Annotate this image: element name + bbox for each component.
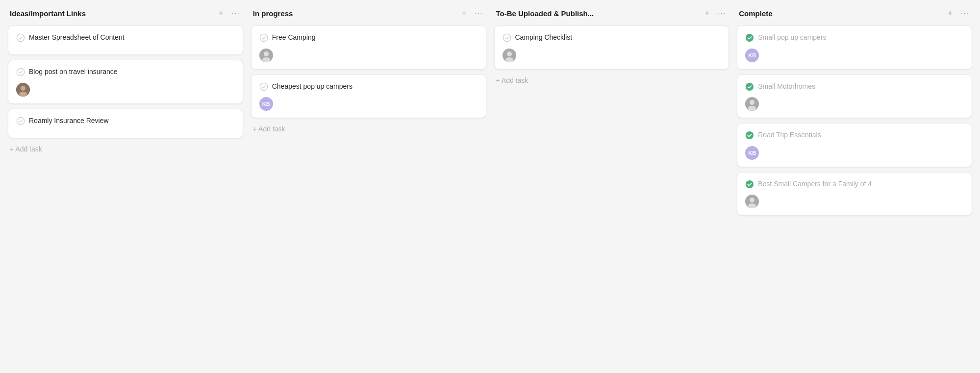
card-avatars <box>259 49 478 62</box>
more-options-icon-tobe[interactable]: ··· <box>716 8 727 19</box>
svg-point-15 <box>746 34 754 42</box>
svg-point-20 <box>746 131 754 139</box>
card-title-text: Roamly Insurance Review <box>29 116 235 126</box>
avatar <box>259 49 273 62</box>
svg-point-0 <box>17 34 24 41</box>
card-title-row: Master Spreadsheet of Content <box>16 33 235 43</box>
svg-point-8 <box>264 51 269 56</box>
add-task-button-tobe[interactable]: + Add task <box>494 71 729 86</box>
add-column-icon-complete[interactable]: + <box>945 8 955 19</box>
task-card[interactable]: Blog post on travel insurance <box>8 60 243 104</box>
card-title-row: Cheapest pop up campers <box>259 82 478 92</box>
card-avatars: KB <box>745 146 964 160</box>
card-avatars <box>16 83 235 97</box>
board: Ideas/Important Links+··· Master Spreads… <box>0 0 980 373</box>
task-card[interactable]: Roamly Insurance Review <box>8 109 243 138</box>
card-title-row: Road Trip Essentials <box>745 130 964 140</box>
svg-point-1 <box>17 68 24 75</box>
card-title-text: Camping Checklist <box>515 33 721 43</box>
column-title-tobe: To-Be Uploaded & Publish... <box>496 9 698 18</box>
svg-point-24 <box>748 203 756 208</box>
card-title-text: Small pop up campers <box>758 33 964 43</box>
card-avatars <box>745 97 964 111</box>
card-title-text: Free Camping <box>272 33 478 43</box>
check-icon <box>16 117 25 125</box>
more-options-icon-inprogress[interactable]: ··· <box>474 8 484 19</box>
column-complete: Complete+··· Small pop up campersKB Smal… <box>737 8 972 365</box>
card-avatars <box>745 195 964 208</box>
svg-point-11 <box>503 34 510 41</box>
cards-list-ideas: Master Spreadsheet of Content Blog post … <box>8 25 243 138</box>
add-task-button-ideas[interactable]: + Add task <box>8 139 243 155</box>
column-title-inprogress: In progress <box>253 9 455 18</box>
column-header-complete: Complete+··· <box>737 8 972 25</box>
add-column-icon-tobe[interactable]: + <box>702 8 712 19</box>
svg-point-5 <box>17 117 24 124</box>
svg-point-23 <box>750 198 754 202</box>
card-title-text: Best Small Campers for a Family of 4 <box>758 179 964 189</box>
card-title-text: Road Trip Essentials <box>758 130 964 140</box>
check-icon <box>745 131 754 140</box>
column-header-inprogress: In progress+··· <box>251 8 486 25</box>
cards-list-complete: Small pop up campersKB Small Motorhomes … <box>737 25 972 216</box>
column-header-tobe: To-Be Uploaded & Publish...+··· <box>494 8 729 25</box>
card-avatars <box>503 49 721 62</box>
task-card[interactable]: Camping Checklist <box>494 25 729 70</box>
card-title-text: Blog post on travel insurance <box>29 67 235 77</box>
column-header-ideas: Ideas/Important Links+··· <box>8 8 243 25</box>
task-card[interactable]: Small pop up campersKB <box>737 25 972 70</box>
avatar: KB <box>259 97 273 111</box>
avatar <box>503 49 516 62</box>
svg-point-14 <box>505 57 513 62</box>
task-card[interactable]: Free Camping <box>251 25 486 70</box>
check-icon <box>745 33 754 42</box>
more-options-icon-complete[interactable]: ··· <box>959 8 970 19</box>
check-icon <box>259 33 268 42</box>
task-card[interactable]: Master Spreadsheet of Content <box>8 25 243 55</box>
check-icon <box>259 82 268 91</box>
svg-point-10 <box>260 83 267 90</box>
task-card[interactable]: Small Motorhomes <box>737 75 972 119</box>
svg-point-21 <box>746 180 754 188</box>
avatar <box>745 195 759 208</box>
card-avatars: KB <box>745 49 964 62</box>
task-card[interactable]: Cheapest pop up campersKB <box>251 75 486 119</box>
svg-point-18 <box>750 100 754 105</box>
card-title-text: Cheapest pop up campers <box>272 82 478 92</box>
card-title-row: Best Small Campers for a Family of 4 <box>745 179 964 189</box>
card-title-row: Camping Checklist <box>503 33 721 43</box>
avatar: KB <box>745 146 759 160</box>
more-options-icon-ideas[interactable]: ··· <box>230 8 241 19</box>
svg-point-3 <box>21 86 25 91</box>
check-icon <box>16 68 25 76</box>
add-task-button-inprogress[interactable]: + Add task <box>251 119 486 135</box>
svg-point-4 <box>19 92 27 97</box>
column-title-complete: Complete <box>739 9 941 18</box>
task-card[interactable]: Road Trip EssentialsKB <box>737 123 972 167</box>
column-ideas: Ideas/Important Links+··· Master Spreads… <box>8 8 243 365</box>
check-icon <box>745 180 754 189</box>
column-title-ideas: Ideas/Important Links <box>10 9 212 18</box>
svg-point-13 <box>507 51 512 56</box>
avatar <box>16 83 30 97</box>
check-icon <box>503 33 511 42</box>
avatar <box>745 97 759 111</box>
card-title-row: Small pop up campers <box>745 33 964 43</box>
add-column-icon-inprogress[interactable]: + <box>459 8 470 19</box>
svg-point-9 <box>262 57 270 62</box>
card-avatars: KB <box>259 97 478 111</box>
card-title-row: Blog post on travel insurance <box>16 67 235 77</box>
task-card[interactable]: Best Small Campers for a Family of 4 <box>737 172 972 216</box>
card-title-row: Roamly Insurance Review <box>16 116 235 126</box>
card-title-text: Small Motorhomes <box>758 82 964 92</box>
svg-point-6 <box>260 34 267 41</box>
card-title-row: Free Camping <box>259 33 478 43</box>
check-icon <box>745 82 754 91</box>
svg-point-19 <box>748 106 756 111</box>
svg-point-16 <box>746 82 754 90</box>
card-title-row: Small Motorhomes <box>745 82 964 92</box>
avatar: KB <box>745 49 759 62</box>
cards-list-tobe: Camping Checklist <box>494 25 729 70</box>
cards-list-inprogress: Free Camping Cheapest pop up campersKB <box>251 25 486 118</box>
add-column-icon-ideas[interactable]: + <box>216 8 226 19</box>
